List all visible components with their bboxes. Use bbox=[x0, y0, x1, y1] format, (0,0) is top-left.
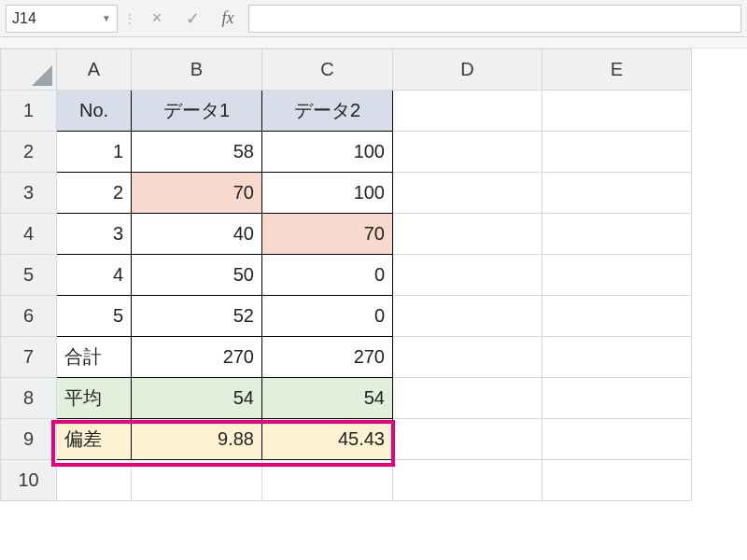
cell-value: データ2 bbox=[262, 91, 392, 131]
row-label: 10 bbox=[18, 469, 38, 490]
row-label: 9 bbox=[23, 428, 34, 449]
cell-B4[interactable]: 40 bbox=[132, 214, 262, 255]
cell-E5[interactable] bbox=[543, 255, 692, 296]
cell-E9[interactable] bbox=[543, 419, 692, 460]
col-header-C[interactable]: C bbox=[262, 49, 393, 91]
row-header-4[interactable]: 4 bbox=[1, 214, 57, 255]
col-header-A[interactable]: A bbox=[57, 49, 132, 91]
cell-D7[interactable] bbox=[393, 337, 543, 378]
cell-value: 70 bbox=[262, 214, 392, 254]
row-label: 6 bbox=[23, 305, 34, 326]
row-header-3[interactable]: 3 bbox=[1, 173, 57, 214]
insert-function-button[interactable]: fx bbox=[213, 5, 243, 33]
cell-E8[interactable] bbox=[543, 378, 692, 419]
cell-C2[interactable]: 100 bbox=[262, 132, 393, 173]
cell-A1[interactable]: No. bbox=[57, 91, 132, 132]
cell-A10[interactable] bbox=[57, 460, 132, 501]
cell-D6[interactable] bbox=[393, 296, 543, 337]
cell-value: 52 bbox=[132, 296, 261, 336]
cell-D2[interactable] bbox=[393, 132, 543, 173]
cell-B3[interactable]: 70 bbox=[132, 173, 262, 214]
col-header-E[interactable]: E bbox=[543, 49, 692, 91]
cell-value: 70 bbox=[132, 173, 261, 213]
row-header-1[interactable]: 1 bbox=[1, 91, 57, 132]
cell-C6[interactable]: 0 bbox=[262, 296, 393, 337]
row-label: 5 bbox=[23, 264, 34, 285]
formula-input[interactable] bbox=[248, 5, 741, 33]
cell-C7[interactable]: 270 bbox=[262, 337, 393, 378]
cell-B9[interactable]: 9.88 bbox=[132, 419, 262, 460]
cell-A5[interactable]: 4 bbox=[57, 255, 132, 296]
cell-B5[interactable]: 50 bbox=[132, 255, 262, 296]
cell-E2[interactable] bbox=[543, 132, 692, 173]
cell-C1[interactable]: データ2 bbox=[262, 91, 393, 132]
fx-icon: fx bbox=[222, 8, 234, 28]
cell-B7[interactable]: 270 bbox=[132, 337, 262, 378]
cell-B2[interactable]: 58 bbox=[132, 132, 262, 173]
cell-value: No. bbox=[57, 91, 131, 131]
col-header-D[interactable]: D bbox=[393, 49, 543, 91]
cell-B8[interactable]: 54 bbox=[132, 378, 262, 419]
cell-value: 合計 bbox=[57, 337, 131, 377]
cell-C3[interactable]: 100 bbox=[262, 173, 393, 214]
cell-E1[interactable] bbox=[543, 91, 692, 132]
cell-E4[interactable] bbox=[543, 214, 692, 255]
chevron-down-icon: ▼ bbox=[102, 13, 111, 23]
spreadsheet-grid[interactable]: A B C D E 1 No. データ1 データ2 2 1 58 100 bbox=[0, 49, 747, 501]
cell-D3[interactable] bbox=[393, 173, 543, 214]
excel-window: J14 ▼ ⋮ × ✓ fx A B C D bbox=[0, 0, 747, 560]
row-header-2[interactable]: 2 bbox=[1, 132, 57, 173]
cell-value: 0 bbox=[262, 296, 392, 336]
cell-D10[interactable] bbox=[393, 460, 543, 501]
row-header-6[interactable]: 6 bbox=[1, 296, 57, 337]
row-header-10[interactable]: 10 bbox=[1, 460, 57, 501]
row-header-7[interactable]: 7 bbox=[1, 337, 57, 378]
cell-D9[interactable] bbox=[393, 419, 543, 460]
enter-button[interactable]: ✓ bbox=[177, 5, 207, 33]
cell-E6[interactable] bbox=[543, 296, 692, 337]
name-box[interactable]: J14 ▼ bbox=[6, 5, 118, 33]
cell-E7[interactable] bbox=[543, 337, 692, 378]
cell-A3[interactable]: 2 bbox=[57, 173, 132, 214]
row-label: 8 bbox=[23, 387, 34, 408]
cell-value: 9.88 bbox=[132, 419, 261, 459]
select-all-corner[interactable] bbox=[1, 49, 57, 91]
col-label: C bbox=[320, 59, 333, 79]
cell-C10[interactable] bbox=[262, 460, 393, 501]
cell-C9[interactable]: 45.43 bbox=[262, 419, 393, 460]
cell-A8[interactable]: 平均 bbox=[57, 378, 132, 419]
grid-table: A B C D E 1 No. データ1 データ2 2 1 58 100 bbox=[0, 49, 692, 501]
col-label: B bbox=[190, 59, 203, 79]
cell-A2[interactable]: 1 bbox=[57, 132, 132, 173]
table-row: 4 3 40 70 bbox=[1, 214, 692, 255]
cell-D4[interactable] bbox=[393, 214, 543, 255]
col-header-B[interactable]: B bbox=[132, 49, 262, 91]
cell-A6[interactable]: 5 bbox=[57, 296, 132, 337]
cell-A4[interactable]: 3 bbox=[57, 214, 132, 255]
cancel-button[interactable]: × bbox=[142, 5, 172, 33]
cell-A9[interactable]: 偏差 bbox=[57, 419, 132, 460]
cell-C4[interactable]: 70 bbox=[262, 214, 393, 255]
cell-D1[interactable] bbox=[393, 91, 543, 132]
cell-value: 40 bbox=[132, 214, 261, 254]
col-label: D bbox=[460, 59, 473, 79]
cell-C8[interactable]: 54 bbox=[262, 378, 393, 419]
close-icon: × bbox=[152, 8, 162, 28]
cell-value: 54 bbox=[132, 378, 261, 418]
select-all-triangle-icon bbox=[32, 65, 52, 86]
cell-A7[interactable]: 合計 bbox=[57, 337, 132, 378]
row-header-5[interactable]: 5 bbox=[1, 255, 57, 296]
divider-dots-icon: ⋮ bbox=[123, 11, 136, 26]
cell-D5[interactable] bbox=[393, 255, 543, 296]
cell-D8[interactable] bbox=[393, 378, 543, 419]
cell-B6[interactable]: 52 bbox=[132, 296, 262, 337]
cell-E3[interactable] bbox=[543, 173, 692, 214]
cell-B10[interactable] bbox=[132, 460, 262, 501]
cell-B1[interactable]: データ1 bbox=[132, 91, 262, 132]
check-icon: ✓ bbox=[186, 8, 200, 29]
row-header-8[interactable]: 8 bbox=[1, 378, 57, 419]
row-label: 7 bbox=[23, 346, 34, 367]
cell-C5[interactable]: 0 bbox=[262, 255, 393, 296]
row-header-9[interactable]: 9 bbox=[1, 419, 57, 460]
cell-E10[interactable] bbox=[543, 460, 692, 501]
